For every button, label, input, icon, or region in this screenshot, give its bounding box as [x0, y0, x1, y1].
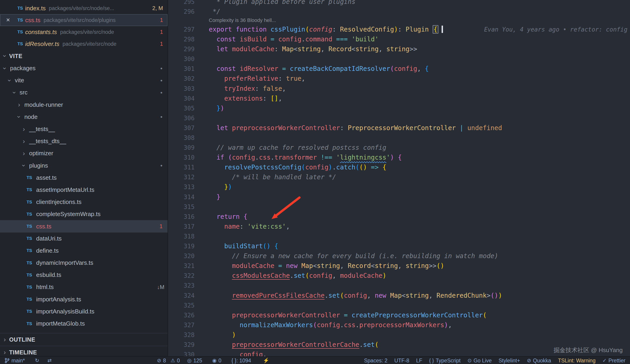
- status-prettier[interactable]: ✓Prettier: [602, 358, 626, 364]
- tree-folder-optimizer[interactable]: ›optimizer: [0, 147, 168, 159]
- tree-file-completeSystemWrap.ts[interactable]: TScompleteSystemWrap.ts: [0, 208, 168, 220]
- status-label: { }: 1094: [232, 358, 251, 364]
- status-zap[interactable]: ⚡: [263, 358, 269, 364]
- tree-folder-__tests_dts__[interactable]: ›__tests_dts__: [0, 135, 168, 147]
- problems-badge: 1: [160, 41, 163, 47]
- code-line[interactable]: 313 }): [168, 182, 630, 192]
- code-line[interactable]: 308: [168, 133, 630, 143]
- status-sync[interactable]: ↻: [35, 358, 39, 364]
- codelens[interactable]: Complexity is 36 Bloody hell...: [168, 16, 630, 24]
- code-line[interactable]: 322 cssModulesCache.set(config, moduleCa…: [168, 271, 630, 281]
- status-1094[interactable]: { }: 1094: [232, 358, 251, 364]
- tree-file-dataUri.ts[interactable]: TSdataUri.ts: [0, 232, 168, 245]
- chevron-down-icon: ›: [20, 163, 28, 169]
- status-0[interactable]: ◉0: [212, 358, 221, 364]
- code-line[interactable]: 299 let moduleCache: Map<string, Record<…: [168, 44, 630, 54]
- line-number: 316: [168, 212, 194, 221]
- code-line[interactable]: 320 // Ensure a new cache for every buil…: [168, 251, 630, 261]
- status-typescript[interactable]: { }TypeScript: [429, 358, 460, 364]
- status-compare[interactable]: ⇄: [48, 358, 52, 364]
- tree-file-clientInjections.ts[interactable]: TSclientInjections.ts: [0, 196, 168, 208]
- code-line[interactable]: 315: [168, 202, 630, 212]
- status-label: Quokka: [533, 358, 551, 364]
- status-go-live[interactable]: ⊙Go Live: [468, 358, 492, 364]
- line-number: 305: [168, 103, 194, 113]
- code-line[interactable]: 326 preprocessorWorkerController = creat…: [168, 310, 630, 320]
- section-header-outline[interactable]: › OUTLINE: [0, 333, 168, 346]
- code-line[interactable]: 317 name: 'vite:css',: [168, 221, 630, 231]
- code-line[interactable]: 323: [168, 281, 630, 290]
- tree-folder-node[interactable]: ›node●: [0, 111, 168, 123]
- tree-file-importAnalysisBuild.ts[interactable]: TSimportAnalysisBuild.ts: [0, 306, 168, 318]
- line-number: 323: [168, 281, 194, 290]
- status-utf-8[interactable]: UTF-8: [394, 358, 409, 364]
- tree-file-html.ts[interactable]: TShtml.ts↓M: [0, 281, 168, 293]
- open-editor-item[interactable]: TSidResolver.tspackages/vite/src/node1: [0, 38, 168, 50]
- status-lf[interactable]: LF: [416, 358, 422, 364]
- code-line[interactable]: 298 const isBuild = config.command === '…: [168, 34, 630, 44]
- code-line[interactable]: 297export function cssPlugin(config: Res…: [168, 24, 630, 34]
- open-editor-item[interactable]: TSindex.tspackages/vite/src/node/se...2,…: [0, 2, 168, 14]
- code-line[interactable]: 306: [168, 113, 630, 123]
- code-line[interactable]: 328 ): [168, 330, 630, 340]
- status-stylelint[interactable]: Stylelint+: [498, 358, 520, 364]
- code-text: // warm up cache for resolved postcss co…: [209, 143, 630, 153]
- compare-icon: ⇄: [48, 358, 52, 364]
- status-0[interactable]: ⚠0: [170, 358, 180, 364]
- code-line[interactable]: 311 resolvePostcssConfig(config).catch((…: [168, 162, 630, 172]
- tree-file-importAnalysis.ts[interactable]: TSimportAnalysis.ts: [0, 293, 168, 306]
- tree-folder-vite[interactable]: ›vite●: [0, 74, 168, 86]
- code-line[interactable]: 310 if (config.css.transformer !== 'ligh…: [168, 153, 630, 162]
- code-line[interactable]: 321 moduleCache = new Map<string, Record…: [168, 261, 630, 271]
- tree-file-esbuild.ts[interactable]: TSesbuild.ts: [0, 269, 168, 281]
- status-8[interactable]: ⊘8: [157, 358, 166, 364]
- tree-file-dynamicImportVars.ts[interactable]: TSdynamicImportVars.ts: [0, 257, 168, 269]
- code-line[interactable]: 301 const idResolver = createBackCompatI…: [168, 64, 630, 74]
- status-tslint-warning[interactable]: TSLint: Warning: [558, 358, 596, 364]
- tree-folder-__tests__[interactable]: ›__tests__: [0, 123, 168, 135]
- code-line[interactable]: 305 }): [168, 103, 630, 113]
- status-spaces-2[interactable]: Spaces: 2: [364, 358, 387, 364]
- tree-file-css.ts[interactable]: TScss.ts1: [0, 220, 168, 232]
- code-line[interactable]: 314 }: [168, 192, 630, 202]
- tree-file-define.ts[interactable]: TSdefine.ts: [0, 245, 168, 257]
- code-line[interactable]: 316 return {: [168, 212, 630, 221]
- section-header-timeline[interactable]: › TIMELINE: [0, 346, 168, 357]
- code-line[interactable]: 303 tryIndex: false,: [168, 84, 630, 94]
- line-number: 324: [168, 291, 194, 300]
- status-quokka[interactable]: ⊘Quokka: [527, 358, 551, 364]
- tree-item-label: importMetaGlob.ts: [36, 320, 85, 327]
- editor-pane[interactable]: 295 * Plugin applied before user plugins…: [168, 0, 630, 364]
- code-line[interactable]: 318: [168, 231, 630, 241]
- code-line[interactable]: 304 extensions: [],: [168, 94, 630, 103]
- code-text: normalizeMaxWorkers(config.css.preproces…: [209, 320, 630, 330]
- code-line[interactable]: 312 /* will be handled later */: [168, 172, 630, 182]
- tree-file-assetImportMetaUrl.ts[interactable]: TSassetImportMetaUrl.ts: [0, 184, 168, 196]
- quokka-icon: ⊘: [527, 358, 531, 364]
- code-line[interactable]: 327 normalizeMaxWorkers(config.css.prepr…: [168, 320, 630, 330]
- status-125[interactable]: ◎125: [187, 358, 202, 364]
- code-line[interactable]: 302 preferRelative: true,: [168, 74, 630, 83]
- code-line[interactable]: 325: [168, 300, 630, 310]
- tree-file-importMetaGlob.ts[interactable]: TSimportMetaGlob.ts: [0, 318, 168, 330]
- code-text: */: [209, 7, 630, 16]
- tree-folder-packages[interactable]: ›packages●: [0, 62, 168, 74]
- close-icon[interactable]: ✕: [6, 17, 10, 23]
- section-header-vite[interactable]: › VITE: [0, 50, 168, 62]
- code-line[interactable]: 319 buildStart() {: [168, 241, 630, 251]
- git-status-label: ↓M: [157, 284, 164, 290]
- code-line[interactable]: 307 let preprocessorWorkerController: Pr…: [168, 123, 630, 133]
- status-main[interactable]: main*: [4, 358, 25, 364]
- tree-folder-plugins[interactable]: ›plugins●: [0, 160, 168, 172]
- open-editor-item[interactable]: ✕TScss.tspackages/vite/src/node/plugins1: [0, 14, 168, 26]
- code-line[interactable]: 324 removedPureCssFilesCache.set(config,…: [168, 291, 630, 300]
- code-line[interactable]: 309 // warm up cache for resolved postcs…: [168, 143, 630, 153]
- code-line[interactable]: 300: [168, 54, 630, 64]
- tree-folder-module-runner[interactable]: ›module-runner: [0, 99, 168, 111]
- chevron-right-icon: ›: [21, 126, 27, 133]
- open-editor-item[interactable]: TSconstants.tspackages/vite/src/node1: [0, 26, 168, 38]
- tree-file-asset.ts[interactable]: TSasset.ts: [0, 172, 168, 184]
- code-line[interactable]: 295 * Plugin applied before user plugins: [168, 0, 630, 7]
- tree-folder-src[interactable]: ›src●: [0, 86, 168, 99]
- code-line[interactable]: 296 */: [168, 7, 630, 16]
